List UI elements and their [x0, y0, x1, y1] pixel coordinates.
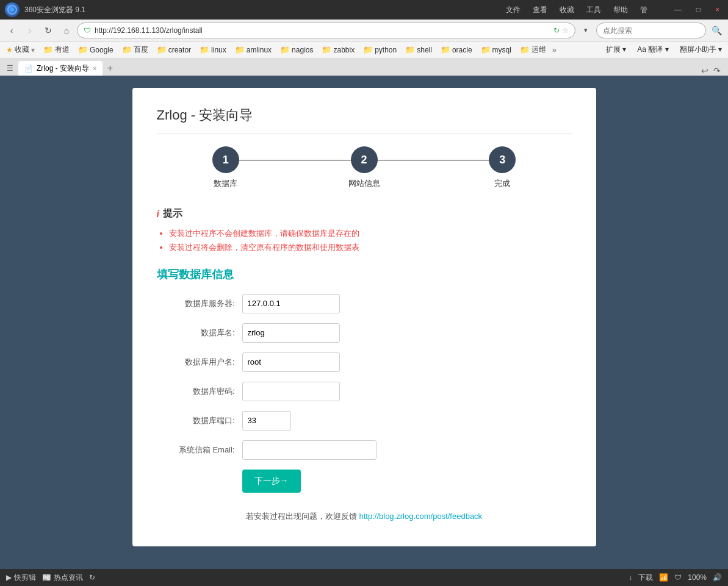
hint-icon: i	[157, 209, 159, 220]
extensions-button[interactable]: 扩展 ▾	[604, 43, 629, 56]
status-bar-left: ▶ 快剪辑 📰 热点资讯 ↻	[6, 573, 95, 583]
add-bookmark-icon[interactable]: ☆	[562, 26, 569, 35]
bookmark-zabbix[interactable]: 📁 zabbix	[319, 44, 357, 55]
scroll-assistant-button[interactable]: 翻屏小助手 ▾	[677, 43, 724, 56]
bookmark-nagios[interactable]: 📁 nagios	[278, 44, 315, 55]
feedback-link[interactable]: http://blog.zrlog.com/post/feedback	[359, 512, 483, 521]
label-db-user: 数据库用户名:	[157, 357, 242, 368]
sidebar-toggle[interactable]: ☰	[4, 61, 16, 76]
volume-icon[interactable]: 🔊	[713, 573, 722, 582]
bookmark-python[interactable]: 📁 python	[361, 44, 399, 55]
input-db-host[interactable]	[242, 294, 340, 313]
navigation-bar: ‹ › ↻ ⌂ 🛡 http://192.168.11.130/zrlog/in…	[0, 20, 728, 41]
tab-label: Zrlog - 安装向导	[37, 63, 89, 74]
close-button[interactable]: ×	[712, 4, 723, 15]
input-db-pass[interactable]	[242, 382, 340, 401]
menu-file[interactable]: 文件	[503, 4, 523, 16]
hint-item-2: 安装过程将会删除，清空原有程序的数据和使用数据表	[169, 240, 572, 254]
bookmark-linux[interactable]: 📁 linux	[197, 44, 229, 55]
install-footer: 若安装过程出现问题，欢迎反馈 http://blog.zrlog.com/pos…	[157, 511, 572, 522]
app-title: 360安全浏览器 9.1	[24, 5, 85, 15]
input-db-name[interactable]	[242, 323, 340, 343]
address-bar[interactable]: 🛡 http://192.168.11.130/zrlog/install ↻ …	[77, 23, 575, 38]
install-card: Zrlog - 安装向导 1 数据库 2 网站信息 3 完成	[132, 88, 596, 546]
form-row-db-user: 数据库用户名:	[157, 352, 572, 372]
nav-right-buttons: 🔍	[708, 23, 724, 38]
forward-button[interactable]: ›	[22, 23, 38, 38]
folder-icon: 📁	[481, 45, 491, 54]
app-logo	[5, 2, 20, 17]
refresh-icon[interactable]: ↻	[553, 26, 560, 35]
tab-close-button[interactable]: ×	[93, 65, 96, 72]
bookmark-oracle[interactable]: 📁 oracle	[438, 44, 475, 55]
folder-icon: 📁	[78, 45, 88, 54]
bookmark-youdao[interactable]: 📁 有道	[41, 43, 72, 56]
step-1-label: 数据库	[214, 178, 237, 189]
download-label: 下载	[638, 573, 653, 583]
input-db-user[interactable]	[242, 352, 340, 372]
input-db-port[interactable]	[242, 411, 291, 431]
status-bar-right: ↓ 下载 📶 🛡 100% 🔊	[629, 573, 722, 583]
refresh-status-icon[interactable]: ↻	[89, 573, 95, 582]
minimize-button[interactable]: —	[671, 4, 685, 15]
bookmark-baidu[interactable]: 📁 百度	[120, 43, 151, 56]
hotspot-news-button[interactable]: 📰 热点资讯	[42, 573, 83, 583]
refresh-button[interactable]: ↻	[40, 23, 56, 38]
folder-icon: 📁	[363, 45, 373, 54]
bookmark-mysql[interactable]: 📁 mysql	[478, 44, 514, 55]
step-3-circle: 3	[489, 146, 516, 173]
bookmark-google[interactable]: 📁 Google	[76, 44, 116, 55]
bookmark-amlinux[interactable]: 📁 amlinux	[232, 44, 274, 55]
steps-container: 1 数据库 2 网站信息 3 完成	[157, 146, 572, 189]
form-section-title: 填写数据库信息	[157, 267, 572, 282]
input-email[interactable]	[242, 440, 377, 460]
hint-title: i 提示	[157, 207, 572, 220]
quick-clip-button[interactable]: ▶ 快剪辑	[6, 573, 36, 583]
form-row-email: 系统信箱 Email:	[157, 440, 572, 460]
step-3-label: 完成	[494, 178, 510, 189]
translate-button[interactable]: Aa 翻译 ▾	[635, 43, 671, 56]
menu-help[interactable]: 帮助	[611, 4, 630, 16]
tab-favicon: 📄	[24, 65, 33, 73]
tab-bar: ☰ 📄 Zrlog - 安装向导 × + ↩ ↷	[0, 59, 728, 76]
search-button[interactable]: 🔍	[708, 23, 724, 38]
bookmark-ops[interactable]: 📁 运维	[517, 43, 549, 56]
folder-icon: 📁	[280, 45, 290, 54]
security-icon: 🛡	[84, 26, 91, 35]
go-back-icon[interactable]: ↩	[701, 66, 708, 76]
folder-icon: 📁	[235, 45, 245, 54]
news-icon: 📰	[42, 573, 51, 582]
search-input[interactable]	[596, 23, 706, 38]
history-icon[interactable]: ↷	[713, 66, 721, 76]
next-button[interactable]: 下一步→	[242, 470, 301, 493]
menu-user[interactable]: 管	[638, 4, 650, 16]
step-2-circle: 2	[351, 146, 378, 173]
menu-favorites[interactable]: 收藏	[557, 4, 577, 16]
menu-view[interactable]: 查看	[530, 4, 550, 16]
folder-icon: 📁	[157, 45, 167, 54]
new-tab-button[interactable]: +	[103, 61, 117, 76]
folder-icon: 📁	[520, 45, 530, 54]
home-button[interactable]: ⌂	[59, 23, 74, 38]
bookmark-favorites[interactable]: ★ 收藏 ▾	[4, 43, 37, 56]
form-row-db-host: 数据库服务器:	[157, 294, 572, 313]
download-icon[interactable]: ↓	[629, 573, 632, 582]
folder-icon: 📁	[122, 45, 132, 54]
form-row-db-name: 数据库名:	[157, 323, 572, 343]
nav-dropdown-button[interactable]: ▾	[578, 23, 594, 38]
menu-tools[interactable]: 工具	[584, 4, 604, 16]
step-2: 2 网站信息	[295, 146, 433, 189]
maximize-button[interactable]: □	[693, 4, 704, 15]
active-tab[interactable]: 📄 Zrlog - 安装向导 ×	[18, 61, 103, 76]
bookmark-more[interactable]: »	[552, 46, 557, 54]
folder-icon: 📁	[322, 45, 331, 54]
back-button[interactable]: ‹	[4, 23, 20, 38]
status-bar: ▶ 快剪辑 📰 热点资讯 ↻ ↓ 下载 📶 🛡 100% 🔊	[0, 569, 728, 586]
bookmarks-bar: ★ 收藏 ▾ 📁 有道 📁 Google 📁 百度 📁 creator 📁 li…	[0, 41, 728, 59]
step-3: 3 完成	[433, 146, 572, 189]
bookmark-creator[interactable]: 📁 creator	[154, 44, 193, 55]
label-db-port: 数据库端口:	[157, 415, 242, 426]
bookmark-shell[interactable]: 📁 shell	[403, 44, 434, 55]
svg-point-1	[10, 8, 14, 12]
title-bar: 360安全浏览器 9.1 文件 查看 收藏 工具 帮助 管 — □ ×	[0, 0, 728, 20]
